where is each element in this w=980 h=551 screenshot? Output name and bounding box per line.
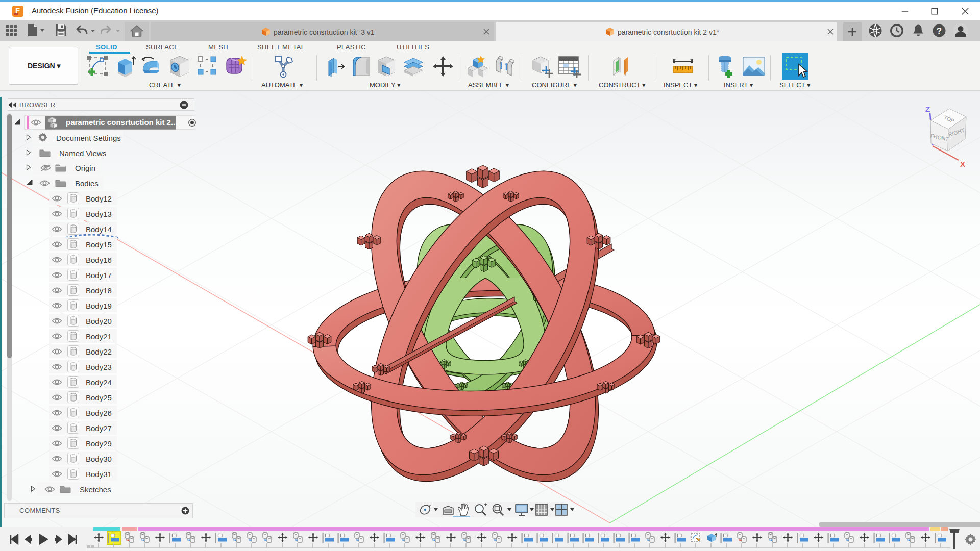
svg-text:?: ? xyxy=(937,26,942,36)
svg-text:Z: Z xyxy=(925,105,930,113)
svg-text:X: X xyxy=(960,160,965,168)
